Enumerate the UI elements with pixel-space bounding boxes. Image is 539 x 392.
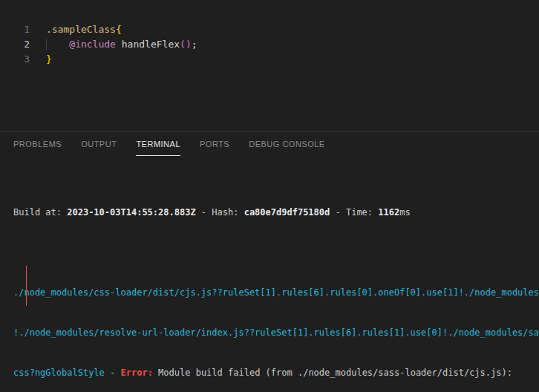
editor-line-2[interactable]: 2 @include handleFlex(); [0,37,539,52]
tab-debug-console-label: DEBUG CONSOLE [249,140,324,148]
separator: - [105,368,121,378]
at-include-keyword: @include [69,39,116,50]
css-class-selector: .sampleClass [46,24,116,35]
tab-debug-console[interactable]: DEBUG CONSOLE [249,132,324,156]
tab-ports-label: PORTS [200,140,229,148]
editor-line-1[interactable]: 1 .sampleClass{ [0,22,539,37]
build-timestamp: 2023-10-03T14:55:28.883Z [67,207,195,218]
editor-line-3[interactable]: 3 } [0,52,539,67]
build-time-value: 1162 [378,207,399,218]
terminal-output[interactable]: Build at: 2023-10-03T14:55:28.883Z - Has… [13,179,539,392]
build-at-label: Build at: [13,207,67,218]
close-brace: } [46,53,52,65]
indent [46,39,69,50]
time-label: - Time: [330,207,378,218]
tab-problems-label: PROBLEMS [13,140,62,148]
space [116,39,122,50]
mixin-name: handleFlex [122,39,180,50]
line-number-1: 1 [0,22,30,37]
tab-output[interactable]: OUTPUT [81,132,117,156]
open-paren: ( [180,39,186,50]
close-paren: ) [186,39,192,50]
editor-code-line-2: @include handleFlex(); [46,37,197,52]
error-label: Error: [121,368,153,378]
webpack-error-line-2: !./node_modules/resolve-url-loader/index… [13,326,539,339]
tab-problems[interactable]: PROBLEMS [13,132,62,156]
build-status-line: Build at: 2023-10-03T14:55:28.883Z - Has… [13,206,539,219]
error-file-ref: css?ngGlobalStyle [13,368,105,378]
blank-line [13,246,539,259]
semicolon: ; [192,39,197,50]
indent-guide [46,39,47,50]
editor-code-line-1: .sampleClass{ [46,22,122,37]
panel-tab-bar: PROBLEMS OUTPUT TERMINAL PORTS DEBUG CON… [0,132,539,156]
code-editor[interactable]: 1 .sampleClass{ 2 @include handleFlex();… [0,0,539,131]
tab-terminal[interactable]: TERMINAL [136,132,180,156]
editor-lines: 1 .sampleClass{ 2 @include handleFlex();… [0,22,539,67]
line-number-2: 2 [0,37,30,52]
tab-terminal-label: TERMINAL [136,140,180,148]
open-brace: { [116,24,122,35]
error-message: Module build failed (from ./node_modules… [153,368,512,378]
webpack-error-line-3: css?ngGlobalStyle - Error: Module build … [13,366,539,379]
hash-label: - Hash: [196,207,244,218]
vscode-window: 1 .sampleClass{ 2 @include handleFlex();… [0,0,539,392]
snippet-gutter-line [26,266,27,306]
tab-output-label: OUTPUT [81,140,117,148]
tab-ports[interactable]: PORTS [200,132,229,156]
build-hash: ca80e7d9df75180d [244,207,330,218]
editor-code-line-3: } [46,52,52,67]
line-number-3: 3 [0,52,30,67]
webpack-error-line-1: ./node_modules/css-loader/dist/cjs.js??r… [13,286,539,299]
build-time-unit: ms [399,207,410,218]
